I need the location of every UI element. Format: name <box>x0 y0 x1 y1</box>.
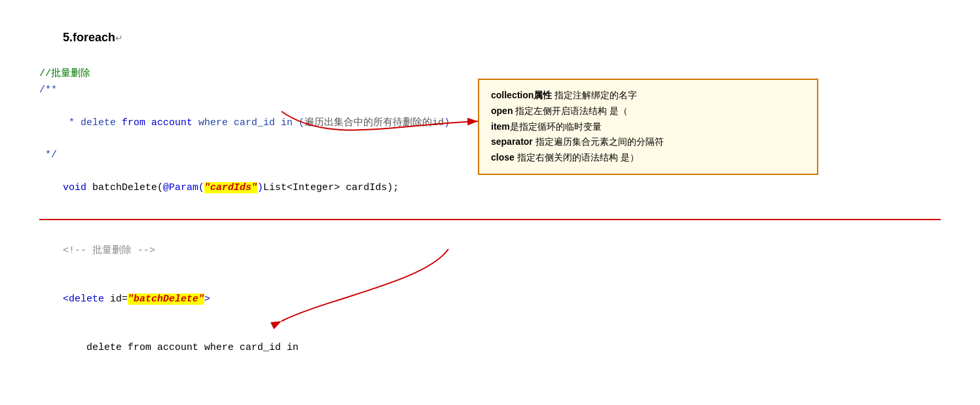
xml-comment-values: <!-- (值1, 值2 , 值3, 值4 ， 值5...) --> <box>39 373 941 405</box>
tooltip-line-3: item是指定循环的临时变量 <box>491 119 805 135</box>
return-symbol: ↵ <box>115 33 123 43</box>
tooltip-line-4: separator 指定遍历集合元素之间的分隔符 <box>491 134 805 150</box>
xml-delete-open: <delete id="batchDelete"> <box>39 275 941 324</box>
section-divider <box>39 219 941 220</box>
tooltip-box: collection属性 指定注解绑定的名字 open 指定左侧开启语法结构 是… <box>478 79 818 175</box>
comment-text: * delete from account where card_id in (… <box>63 117 450 128</box>
section-heading: 5.foreach <box>63 31 115 44</box>
xml-delete-body: delete from account where card_id in <box>39 324 941 373</box>
tooltip-line-5: close 指定右侧关闭的语法结构 是） <box>491 150 805 166</box>
tooltip-line-2: open 指定左侧开启语法结构 是（ <box>491 104 805 119</box>
tooltip-line-1: collection属性 指定注解绑定的名字 <box>491 88 805 104</box>
xml-comment-batch: <!-- 批量删除 --> <box>39 227 941 275</box>
